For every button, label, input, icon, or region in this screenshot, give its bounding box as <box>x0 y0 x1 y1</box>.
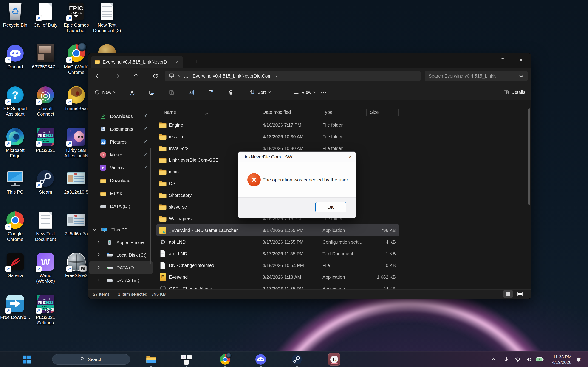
desktop-icon-microsoft-edge[interactable]: ↗Microsoft Edge <box>0 127 30 159</box>
file-name[interactable]: LinkNeverDie.Com-GSE <box>169 157 219 163</box>
desktop-icon-epic-games-launcher[interactable]: EPICGAMES↗Epic Games Launcher <box>61 2 91 33</box>
share-button[interactable] <box>205 87 217 97</box>
sidebar-item-local-disk-c-[interactable]: Local Disk (C:) <box>89 249 153 261</box>
notification-bell-icon[interactable]: z <box>574 352 584 367</box>
desktop-icon-recycle-bin[interactable]: ♻Recycle Bin <box>0 2 30 28</box>
forward-button[interactable] <box>111 70 122 81</box>
breadcrumb-chevron-icon[interactable]: › <box>178 73 180 79</box>
desktop-icon-pes2021-settings[interactable]: eFootballPES2021SEASON UPDATE⚙⚙↗PES2021 … <box>30 294 61 326</box>
sort-button[interactable]: Sort <box>247 87 272 97</box>
file-name[interactable]: Short Story <box>169 192 192 198</box>
refresh-button[interactable] <box>150 70 161 81</box>
file-name[interactable]: install-cr <box>169 134 186 139</box>
explorer-tab[interactable]: Everwind.v0.4.515_LinkNeverD × <box>91 56 183 68</box>
new-button[interactable]: New <box>92 88 118 97</box>
chevron-right-icon[interactable] <box>97 253 100 256</box>
sidebar-item-data-d-[interactable]: DATA (D:) <box>89 200 153 212</box>
up-button[interactable] <box>131 70 142 81</box>
desktop-icon-new-text-document-2[interactable]: New Text Document (2) <box>92 2 122 33</box>
column-header-type[interactable]: Type <box>322 110 332 115</box>
table-row[interactable]: EEverwind3/24/2026 1:13 AMApplication1,6… <box>156 271 399 283</box>
column-header-size[interactable]: Size <box>370 110 379 115</box>
file-name[interactable]: api-LND <box>169 239 186 244</box>
breadcrumb-chevron-icon[interactable]: › <box>275 73 277 79</box>
new-tab-button[interactable]: + <box>192 57 201 65</box>
file-name[interactable]: Engine <box>169 122 183 127</box>
ok-button[interactable]: OK <box>315 202 346 212</box>
file-name[interactable]: Everwind <box>169 274 188 280</box>
file-name[interactable]: _Everwind - LND Game Launcher <box>169 227 238 233</box>
file-name[interactable]: GSE - Change Name <box>169 286 212 290</box>
microphone-icon[interactable] <box>502 352 510 367</box>
sidebar-item-videos[interactable]: ▶Videos <box>89 161 153 174</box>
desktop-icon-tunnelbear[interactable]: ↗TunnelBear <box>61 85 91 111</box>
delete-button[interactable] <box>225 87 237 97</box>
copy-button[interactable] <box>146 87 158 97</box>
column-divider[interactable] <box>258 109 258 116</box>
taskbar-app-discord[interactable] <box>255 354 266 365</box>
breadcrumb-path[interactable]: Everwind.v0.4.515_LinkNeverDie.Com <box>193 73 272 79</box>
taskbar-app-lnd-launcher[interactable]: L <box>328 353 340 366</box>
column-divider[interactable] <box>366 109 367 116</box>
chevron-right-icon[interactable] <box>97 278 100 282</box>
taskbar-search[interactable]: Search <box>52 354 130 365</box>
table-row[interactable]: install-cr4/18/2026 10:30 AMFile folder <box>156 131 399 142</box>
taskbar-app-unikey[interactable]: uin <box>181 354 192 365</box>
taskbar-app-chrome[interactable] <box>220 354 231 365</box>
sidebar-item-downloads[interactable]: Downloads <box>89 110 153 123</box>
details-pane-button[interactable]: Details <box>502 87 527 97</box>
desktop-icon-kirby-star-allies[interactable]: ✦↗Kirby Star Allies LinkN <box>61 127 91 159</box>
desktop-icon-new-text-document[interactable]: New Text Document <box>30 211 61 242</box>
close-button[interactable]: × <box>514 55 528 65</box>
address-bar[interactable]: › … Everwind.v0.4.515_LinkNeverDie.Com › <box>165 71 421 81</box>
desktop-icon-ubisoft-connect[interactable]: ◎↗Ubisoft Connect <box>30 85 61 117</box>
details-view-toggle[interactable] <box>503 290 513 298</box>
tab-close-icon[interactable]: × <box>175 59 180 65</box>
desktop-icon-id-card-7ff5df6a[interactable]: 7ff5df6a-7a <box>61 211 91 236</box>
search-box[interactable]: Search Everwind.v0.4.515_LinkN <box>425 71 527 81</box>
taskbar-app-file-explorer[interactable] <box>146 354 157 365</box>
desktop-icon-steam[interactable]: ↗Steam <box>30 169 61 195</box>
table-row[interactable]: ⚙api-LND3/17/2026 11:55 PMConfiguration … <box>156 236 399 248</box>
desktop-icon-id-card-2a312c10[interactable]: 2a312c10-5 <box>61 169 91 195</box>
cut-button[interactable] <box>126 87 138 97</box>
table-row[interactable]: Engine4/16/2026 7:17 PMFile folder <box>156 119 399 131</box>
sidebar-item-apple-iphone[interactable]: Apple iPhone <box>89 236 153 249</box>
rename-button[interactable] <box>185 87 197 97</box>
sidebar-item-data-d-[interactable]: DATA (D:) <box>89 261 153 274</box>
minimize-button[interactable] <box>477 55 491 65</box>
table-row[interactable]: arg_LND3/17/2026 11:55 PMText Document1 … <box>156 248 399 259</box>
desktop-icon-google-chrome[interactable]: ↗Google Chrome <box>0 211 30 242</box>
tray-clock[interactable]: 11:33 PM 4/19/2026 <box>552 354 571 365</box>
breadcrumb-overflow-button[interactable]: … <box>184 73 189 79</box>
wifi-icon[interactable] <box>513 352 522 367</box>
file-name[interactable]: install-cr2 <box>169 146 189 151</box>
column-header-name[interactable]: Name <box>164 110 176 115</box>
desktop-icon-freestyle2[interactable]: FS↗FreeStyle2 <box>61 252 91 278</box>
desktop-icon-free-download-manager[interactable]: ↗Free Downlo... <box>0 294 30 320</box>
table-row[interactable]: DNSChangerInformed4/19/2026 10:54 PMFile… <box>156 259 399 271</box>
sidebar-item-muzik[interactable]: Muzik <box>89 187 153 200</box>
column-header-date[interactable]: Date modified <box>262 110 291 115</box>
sidebar-item-pictures[interactable]: Pictures <box>89 136 153 148</box>
sidebar-item-download[interactable]: Download <box>89 174 153 187</box>
desktop-icon-pes2021[interactable]: eFootballPES2021SEASON UPDATE↗PES2021 <box>30 127 61 153</box>
sidebar-item-documents[interactable]: Documents <box>89 123 153 135</box>
column-divider[interactable] <box>398 109 398 116</box>
paste-button[interactable] <box>166 87 178 97</box>
more-options-button[interactable]: ••• <box>318 87 330 97</box>
file-name[interactable]: arg_LND <box>169 251 187 256</box>
tray-show-hidden-icons[interactable] <box>489 352 498 367</box>
sidebar-item-music[interactable]: ♪Music <box>89 149 153 161</box>
file-name[interactable]: main <box>169 169 179 174</box>
chevron-right-icon[interactable] <box>97 266 100 269</box>
desktop-icon-hp-support-assistant[interactable]: ?↗HP Support Assistant <box>0 85 30 117</box>
desktop-icon-call-of-duty[interactable]: ↗Call of Duty <box>30 2 61 28</box>
desktop-icon-photo-637659647[interactable]: 637659647... <box>30 44 61 69</box>
start-button[interactable] <box>22 354 32 365</box>
column-divider[interactable] <box>316 109 316 116</box>
back-button[interactable] <box>92 70 103 81</box>
file-list-scrollbar[interactable] <box>528 108 530 205</box>
desktop-icon-this-pc[interactable]: This PC <box>0 169 30 195</box>
file-name[interactable]: skyverse <box>169 204 187 209</box>
